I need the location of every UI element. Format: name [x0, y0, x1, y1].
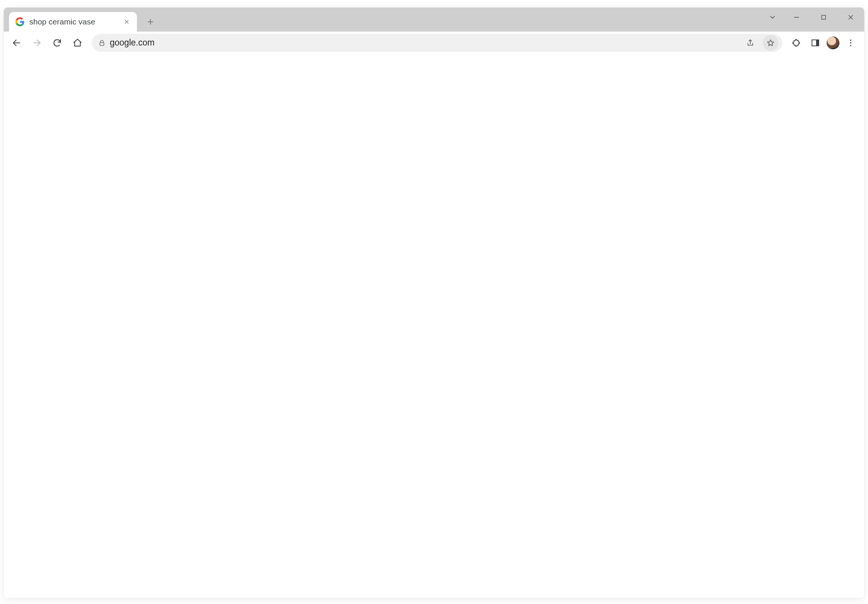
forward-button[interactable]	[28, 34, 46, 52]
tab-title: shop ceramic vase	[29, 17, 117, 26]
page-content	[4, 54, 864, 598]
profile-avatar[interactable]	[827, 37, 839, 49]
url-text[interactable]: google.com	[110, 38, 738, 48]
tab-strip: shop ceramic vase	[4, 8, 864, 32]
extensions-icon	[792, 38, 801, 47]
back-button[interactable]	[8, 34, 26, 52]
minimize-icon	[793, 14, 800, 21]
plus-icon	[147, 18, 154, 26]
site-info-button[interactable]	[99, 39, 105, 46]
chevron-down-icon	[769, 14, 776, 21]
svg-point-5	[850, 45, 851, 46]
bookmark-button[interactable]	[763, 35, 778, 51]
share-button[interactable]	[742, 35, 758, 51]
address-bar[interactable]: google.com	[92, 34, 782, 52]
arrow-right-icon	[32, 38, 42, 48]
chrome-menu-button[interactable]	[842, 34, 860, 52]
extensions-button[interactable]	[787, 34, 806, 52]
star-icon	[766, 39, 775, 47]
new-tab-button[interactable]	[142, 14, 159, 30]
search-tabs-button[interactable]	[762, 8, 783, 27]
svg-point-4	[850, 42, 851, 43]
svg-point-3	[850, 39, 851, 41]
sidepanel-icon	[811, 38, 820, 47]
minimize-button[interactable]	[783, 8, 810, 27]
toolbar-right	[787, 34, 860, 52]
reload-button[interactable]	[48, 34, 66, 52]
kebab-menu-icon	[846, 38, 855, 47]
google-favicon-icon	[15, 17, 25, 27]
sidepanel-button[interactable]	[806, 34, 825, 52]
arrow-left-icon	[12, 38, 22, 48]
reload-icon	[52, 38, 62, 48]
maximize-icon	[820, 14, 827, 21]
svg-rect-2	[816, 40, 819, 46]
maximize-button[interactable]	[810, 8, 837, 27]
close-icon	[847, 14, 854, 21]
window-controls	[762, 8, 864, 27]
home-button[interactable]	[68, 34, 87, 52]
share-icon	[746, 39, 755, 47]
home-icon	[73, 38, 82, 48]
toolbar: google.com	[4, 32, 864, 54]
close-window-button[interactable]	[837, 8, 864, 27]
browser-window: shop ceramic vase	[4, 8, 864, 598]
tab-close-button[interactable]	[122, 17, 132, 27]
lock-icon	[99, 39, 105, 46]
tab-active[interactable]: shop ceramic vase	[9, 12, 137, 32]
close-icon	[124, 19, 130, 25]
svg-rect-0	[822, 15, 826, 20]
